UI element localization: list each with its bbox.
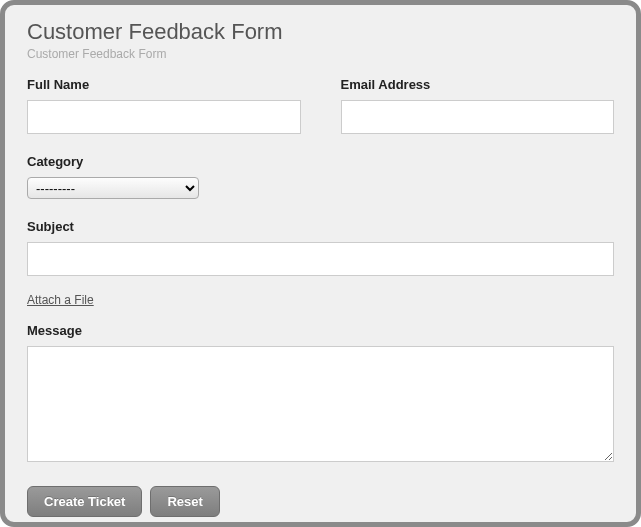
email-label: Email Address: [341, 77, 615, 92]
full-name-input[interactable]: [27, 100, 301, 134]
category-label: Category: [27, 154, 614, 169]
email-field-group: Email Address: [341, 77, 615, 134]
name-email-row: Full Name Email Address: [27, 77, 614, 134]
subject-label: Subject: [27, 219, 614, 234]
create-ticket-button[interactable]: Create Ticket: [27, 486, 142, 517]
button-row: Create Ticket Reset: [27, 486, 614, 517]
subject-input[interactable]: [27, 242, 614, 276]
message-label: Message: [27, 323, 614, 338]
feedback-form-panel: Customer Feedback Form Customer Feedback…: [0, 0, 641, 527]
message-field: Message: [27, 323, 614, 462]
category-field: Category ---------: [27, 154, 614, 199]
reset-button[interactable]: Reset: [150, 486, 219, 517]
full-name-field: Full Name: [27, 77, 301, 134]
full-name-label: Full Name: [27, 77, 301, 92]
attach-file-link[interactable]: Attach a File: [27, 293, 94, 307]
category-select[interactable]: ---------: [27, 177, 199, 199]
form-subtitle: Customer Feedback Form: [27, 47, 614, 61]
email-input[interactable]: [341, 100, 615, 134]
form-title: Customer Feedback Form: [27, 19, 614, 45]
message-textarea[interactable]: [27, 346, 614, 462]
subject-field: Subject: [27, 219, 614, 276]
